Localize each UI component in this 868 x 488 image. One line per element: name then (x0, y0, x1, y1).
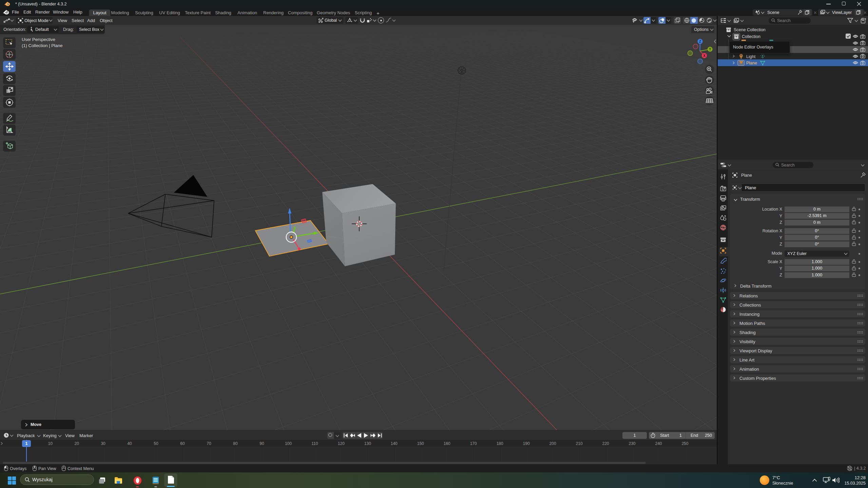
svg-text:Z: Z (699, 40, 701, 43)
svg-text:Y: Y (709, 47, 711, 51)
svg-text:X: X (703, 54, 706, 58)
